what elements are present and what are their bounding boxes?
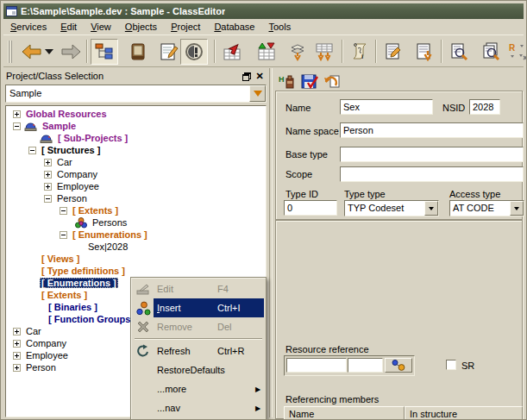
expand-icon[interactable] <box>13 328 21 335</box>
toolbar-button-table-download[interactable] <box>311 39 338 65</box>
save-button[interactable] <box>299 72 320 91</box>
menu-database[interactable]: Database <box>207 20 261 34</box>
resource-reference-pick-button[interactable] <box>385 358 412 373</box>
menu-tools[interactable]: Tools <box>261 20 298 34</box>
menu-separator <box>135 338 262 340</box>
scope-label: Scope <box>285 169 312 179</box>
tree-item-persons[interactable]: Persons <box>6 216 266 229</box>
toolbar-button-script-info[interactable]: i <box>346 39 373 65</box>
resource-reference-control <box>284 355 415 376</box>
toolbar-separator <box>214 40 216 63</box>
collapse-icon[interactable] <box>13 122 21 130</box>
tree-item-company[interactable]: Company <box>6 168 266 180</box>
type-type-dropdown-button[interactable] <box>424 201 438 216</box>
menu-objects[interactable]: Objects <box>118 20 164 34</box>
toolbar-button-table-sync[interactable] <box>253 39 280 65</box>
expand-icon[interactable] <box>44 183 52 191</box>
collapse-icon[interactable] <box>44 195 52 203</box>
back-icon <box>22 44 42 60</box>
tree-item-employee[interactable]: Employee <box>6 180 266 192</box>
remove-icon <box>133 320 154 334</box>
references-group <box>275 220 523 419</box>
base-type-field[interactable] <box>340 147 524 162</box>
name-field[interactable] <box>340 99 433 115</box>
resource-reference-field-left[interactable] <box>286 358 347 373</box>
expand-icon[interactable] <box>13 110 21 118</box>
base-type-label: Base type <box>285 149 328 160</box>
sr-checkbox[interactable] <box>446 360 456 370</box>
tree-item-global-resources[interactable]: Global Resources <box>6 108 266 120</box>
toolbar-button-send-data[interactable] <box>284 39 311 65</box>
namespace-field[interactable] <box>340 122 524 138</box>
project-selector[interactable]: Sample <box>5 85 267 103</box>
context-menu-item-refresh[interactable]: Refresh Ctrl+R <box>133 342 264 360</box>
expand-icon[interactable] <box>44 159 52 166</box>
tree-item-sub-projects[interactable]: [ Sub-Projects ] <box>6 132 266 144</box>
app-window: E:\Sample\Sample.dev : Sample - ClassEdi… <box>0 0 527 420</box>
toolbar-button-class-tree[interactable] <box>91 39 118 65</box>
back-dropdown-icon <box>45 49 53 54</box>
access-type-dropdown-button[interactable] <box>510 201 524 216</box>
window-title: E:\Sample\Sample.dev : Sample - ClassEdi… <box>21 6 225 16</box>
tree-item-type-definitions[interactable]: [ Type definitions ] <box>6 265 266 277</box>
type-id-field[interactable] <box>284 200 337 216</box>
table-sync-icon <box>257 42 276 61</box>
float-panel-button[interactable] <box>240 70 252 81</box>
context-menu-item-nav[interactable]: ...nav ▶ <box>133 398 264 417</box>
context-menu-item-more[interactable]: ...more ▶ <box>133 379 264 398</box>
tree-item-enumerations[interactable]: [ Enumerations ] <box>6 229 266 241</box>
find-documents-icon <box>481 42 500 61</box>
svg-text:i: i <box>361 53 363 60</box>
column-header-in-structure[interactable]: In structure <box>405 406 523 420</box>
type-type-combo[interactable]: TYP Codeset <box>344 200 439 216</box>
context-menu-item-restore-defaults[interactable]: RestoreDefaults <box>133 360 264 379</box>
collapse-icon[interactable] <box>60 231 67 239</box>
toolbar-button-edit-document[interactable] <box>155 39 183 65</box>
expand-icon[interactable] <box>44 171 52 179</box>
access-type-combo[interactable]: AT CODE <box>449 200 524 216</box>
project-icon <box>24 122 37 131</box>
menu-view[interactable]: View <box>84 20 118 34</box>
expand-icon[interactable] <box>13 340 21 348</box>
expand-icon[interactable] <box>13 364 21 372</box>
toolbar-button-find-document[interactable] <box>445 39 473 65</box>
menu-services[interactable]: Services <box>3 20 53 34</box>
toolbar-button-class-editor[interactable] <box>180 39 208 65</box>
toolbar-button-back-dropdown[interactable] <box>43 39 55 65</box>
nsid-field[interactable] <box>469 99 500 115</box>
tree-item-car[interactable]: Car <box>6 156 266 168</box>
toolbar-button-back[interactable] <box>18 39 46 65</box>
sr-label: SR <box>461 360 474 371</box>
submenu-arrow-icon: ▶ <box>255 404 264 412</box>
toolbar-button-find-documents[interactable] <box>477 39 505 65</box>
column-header-name[interactable]: Name <box>284 406 405 420</box>
project-selector-dropdown-button[interactable] <box>249 85 266 102</box>
menu-project[interactable]: Project <box>164 20 207 34</box>
expand-icon[interactable] <box>13 352 21 360</box>
toolbar-button-ref-nav[interactable]: R <box>507 39 527 65</box>
tree-item-person[interactable]: Person <box>6 192 266 204</box>
scope-field[interactable] <box>340 166 524 182</box>
revert-button[interactable] <box>322 72 342 91</box>
menu-edit[interactable]: Edit <box>53 20 84 34</box>
collapse-icon[interactable] <box>28 147 36 154</box>
hierarchy-button[interactable]: H <box>277 72 298 91</box>
export-list-icon <box>415 42 434 61</box>
toolbar-button-log-book[interactable] <box>124 39 152 65</box>
toolbar-button-forward[interactable] <box>57 39 85 65</box>
collapse-icon[interactable] <box>60 207 67 215</box>
resource-reference-field-right[interactable] <box>348 358 383 373</box>
edit-icon <box>133 283 154 295</box>
toolbar-drag-handle[interactable] <box>8 41 12 63</box>
toolbar-button-export-list[interactable] <box>411 39 438 65</box>
tree-item-structures[interactable]: [ Structures ] <box>6 144 266 156</box>
tree-item-extents[interactable]: [ Extents ] <box>6 204 266 216</box>
toolbar-button-table-import[interactable] <box>218 39 246 65</box>
chevron-down-icon <box>429 207 434 210</box>
tree-item-sample[interactable]: Sample <box>6 120 266 132</box>
context-menu-item-insert[interactable]: Insert Ctrl+I <box>133 298 264 317</box>
tree-item-sex-2028[interactable]: Sex|2028 <box>6 241 266 253</box>
toolbar-button-edit-list[interactable] <box>380 39 407 65</box>
tree-item-views[interactable]: [ Views ] <box>6 253 266 265</box>
close-panel-button[interactable]: ✕ <box>254 70 266 81</box>
